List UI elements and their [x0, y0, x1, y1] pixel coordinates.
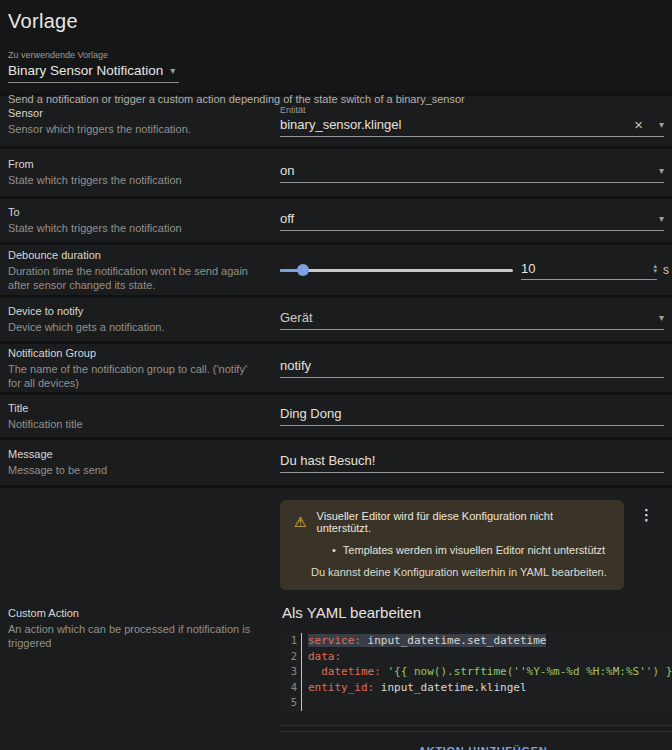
line-number: 4 — [280, 680, 301, 696]
from-select-value: on — [280, 163, 659, 178]
code-line[interactable]: 4 entity_id: input_datetime.klingel — [280, 680, 672, 696]
message-input[interactable] — [280, 453, 664, 468]
slider-track[interactable] — [280, 269, 513, 272]
row-message: Message Message to be send — [0, 440, 672, 485]
row-to: To State whitch triggers the notificatio… — [0, 199, 672, 242]
unsupported-editor-alert: ⚠ Visueller Editor wird für diese Konfig… — [280, 500, 624, 590]
title-input[interactable] — [280, 406, 664, 421]
alert-title: Visueller Editor wird für diese Konfigur… — [317, 510, 610, 534]
number-stepper[interactable]: ▴ ▾ — [653, 263, 657, 273]
row-message-labels: Message Message to be send — [8, 448, 272, 477]
row-description: An action which can be processed if noti… — [8, 622, 258, 650]
chevron-down-icon[interactable]: ▾ — [659, 119, 664, 130]
to-select-value: off — [280, 211, 659, 226]
alert-bullet-text: Templates werden im visuellen Editor nic… — [343, 544, 605, 556]
row-label: Title — [8, 402, 258, 414]
blueprint-header: Vorlage Zu verwendende Vorlage Binary Se… — [0, 0, 672, 93]
row-debounce-labels: Debounce duration Duration time the noti… — [8, 249, 272, 292]
row-label: Custom Action — [8, 607, 258, 619]
row-description: Message to be send — [8, 463, 258, 477]
row-description: Sensor which triggers the notification. — [8, 122, 258, 136]
chevron-down-icon: ▾ — [659, 165, 664, 176]
code-line[interactable]: 2 data: — [280, 649, 672, 665]
chevron-down-icon: ▾ — [659, 213, 664, 224]
row-description: Duration time the notification won't be … — [8, 264, 258, 292]
line-number: 3 — [280, 664, 301, 680]
yaml-code-editor[interactable]: 1 service: input_datetime.set_datetime 2… — [280, 629, 672, 717]
row-label: Message — [8, 448, 258, 460]
row-description: Notification title — [8, 417, 258, 431]
row-custom-action-labels: Custom Action An action which can be pro… — [8, 607, 272, 650]
code-line[interactable]: 5 — [280, 695, 672, 711]
template-select-value: Binary Sensor Notification — [8, 63, 163, 78]
row-description: The name of the notification group to ca… — [8, 362, 258, 390]
yaml-key: datetime: — [321, 665, 381, 678]
row-label: Device to notify — [8, 305, 258, 317]
device-select[interactable]: Gerät ▾ — [280, 310, 664, 330]
row-label: Debounce duration — [8, 249, 258, 261]
row-from: From State whitch triggers the notificat… — [0, 149, 672, 196]
row-group-labels: Notification Group The name of the notif… — [8, 347, 272, 390]
clear-icon[interactable]: × — [634, 119, 643, 131]
entity-picker-value: binary_sensor.klingel — [280, 117, 634, 132]
device-select-value: Gerät — [280, 310, 659, 325]
page-title: Vorlage — [8, 10, 664, 33]
chevron-down-icon: ▾ — [170, 65, 175, 76]
from-select[interactable]: on ▾ — [280, 163, 664, 183]
entity-field-label: Entität — [280, 105, 664, 115]
yaml-value: input_datetime.set_datetime — [361, 634, 546, 647]
to-select[interactable]: off ▾ — [280, 211, 664, 231]
row-description: State whitch triggers the notification — [8, 173, 258, 187]
notification-group-input[interactable] — [280, 358, 664, 373]
yaml-key: data: — [308, 650, 341, 663]
alert-footer-text: Du kannst deine Konfiguration weiterhin … — [311, 566, 610, 578]
row-label: To — [8, 206, 258, 218]
overflow-menu-icon[interactable]: ⋮ — [635, 504, 658, 526]
yaml-key: entity_id: — [308, 681, 374, 694]
line-number: 5 — [280, 695, 301, 711]
code-line[interactable]: 1 service: input_datetime.set_datetime — [280, 633, 672, 649]
debounce-number-input[interactable] — [521, 261, 653, 276]
row-device-labels: Device to notify Device which gets a not… — [8, 305, 272, 334]
row-label: Sensor — [8, 107, 258, 119]
row-notification-group: Notification Group The name of the notif… — [0, 344, 672, 392]
template-select[interactable]: Binary Sensor Notification ▾ — [8, 60, 179, 83]
row-from-labels: From State whitch triggers the notificat… — [8, 158, 272, 187]
chevron-down-icon: ▾ — [659, 312, 664, 323]
row-description: Device which gets a notification. — [8, 320, 258, 334]
row-description: State whitch triggers the notification — [8, 221, 258, 235]
yaml-string: '{{ now().strftime(''%Y-%m-%d %H:%M:%S''… — [381, 665, 672, 678]
slider-thumb[interactable] — [297, 264, 309, 276]
debounce-unit: s — [663, 263, 669, 277]
row-title-labels: Title Notification title — [8, 402, 272, 431]
code-line[interactable]: 3 datetime: '{{ now().strftime(''%Y-%m-%… — [280, 664, 672, 680]
row-sensor-labels: Sensor Sensor which triggers the notific… — [8, 107, 272, 136]
line-number: 2 — [280, 649, 301, 665]
debounce-slider[interactable] — [280, 263, 513, 277]
row-label: From — [8, 158, 258, 170]
stepper-down-icon[interactable]: ▾ — [653, 268, 657, 273]
row-to-labels: To State whitch triggers the notificatio… — [8, 206, 272, 235]
row-label: Notification Group — [8, 347, 258, 359]
bullet-icon: • — [332, 544, 336, 556]
row-device: Device to notify Device which gets a not… — [0, 298, 672, 341]
entity-picker[interactable]: Entität binary_sensor.klingel × ▾ — [280, 105, 664, 137]
row-custom-action: Custom Action An action which can be pro… — [0, 488, 672, 750]
divider — [280, 725, 672, 726]
row-title: Title Notification title — [0, 395, 672, 437]
yaml-editor-heading: Als YAML bearbeiten — [282, 604, 672, 621]
line-number: 1 — [280, 633, 301, 649]
row-debounce: Debounce duration Duration time the noti… — [0, 245, 672, 295]
warning-icon: ⚠ — [294, 515, 307, 529]
yaml-value: input_datetime.klingel — [374, 681, 526, 694]
yaml-indent — [308, 665, 321, 678]
add-action-button[interactable]: AKTION HINZUFÜGEN — [408, 732, 557, 750]
yaml-key: service: — [308, 634, 361, 647]
template-select-label: Zu verwendende Vorlage — [8, 50, 664, 60]
